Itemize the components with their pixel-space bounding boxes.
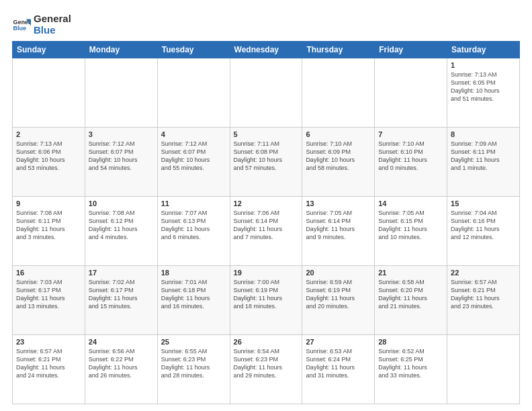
day-info: Sunrise: 6:58 AM Sunset: 6:20 PM Dayligh… bbox=[378, 278, 443, 311]
day-info: Sunrise: 6:52 AM Sunset: 6:25 PM Dayligh… bbox=[378, 347, 443, 380]
day-number: 13 bbox=[306, 199, 371, 208]
day-number: 9 bbox=[16, 199, 81, 208]
calendar-cell: 26Sunrise: 6:54 AM Sunset: 6:23 PM Dayli… bbox=[230, 335, 302, 404]
calendar-cell: 14Sunrise: 7:05 AM Sunset: 6:15 PM Dayli… bbox=[375, 197, 447, 266]
day-number: 15 bbox=[451, 199, 516, 208]
calendar-cell: 3Sunrise: 7:12 AM Sunset: 6:07 PM Daylig… bbox=[85, 128, 157, 197]
day-number: 12 bbox=[234, 199, 299, 208]
day-info: Sunrise: 7:01 AM Sunset: 6:18 PM Dayligh… bbox=[161, 278, 226, 311]
weekday-header-sunday: Sunday bbox=[13, 42, 85, 58]
day-info: Sunrise: 7:08 AM Sunset: 6:12 PM Dayligh… bbox=[89, 209, 154, 242]
day-number: 3 bbox=[89, 130, 154, 138]
calendar-cell: 7Sunrise: 7:10 AM Sunset: 6:10 PM Daylig… bbox=[375, 128, 447, 197]
day-number: 28 bbox=[378, 338, 443, 346]
calendar-cell: 17Sunrise: 7:02 AM Sunset: 6:17 PM Dayli… bbox=[85, 266, 157, 335]
day-info: Sunrise: 6:59 AM Sunset: 6:19 PM Dayligh… bbox=[306, 278, 371, 311]
week-row-1: 2Sunrise: 7:13 AM Sunset: 6:06 PM Daylig… bbox=[13, 128, 520, 197]
calendar-cell: 6Sunrise: 7:10 AM Sunset: 6:09 PM Daylig… bbox=[302, 128, 375, 197]
logo-icon: General Blue bbox=[12, 15, 31, 34]
day-info: Sunrise: 7:09 AM Sunset: 6:11 PM Dayligh… bbox=[451, 140, 516, 173]
calendar-cell: 5Sunrise: 7:11 AM Sunset: 6:08 PM Daylig… bbox=[230, 128, 302, 197]
day-number: 14 bbox=[378, 199, 443, 208]
day-number: 21 bbox=[378, 269, 443, 277]
day-number: 11 bbox=[161, 199, 226, 208]
calendar-cell: 23Sunrise: 6:57 AM Sunset: 6:21 PM Dayli… bbox=[13, 335, 85, 404]
day-info: Sunrise: 7:06 AM Sunset: 6:14 PM Dayligh… bbox=[234, 209, 299, 242]
day-info: Sunrise: 7:12 AM Sunset: 6:07 PM Dayligh… bbox=[89, 140, 154, 173]
calendar-cell: 10Sunrise: 7:08 AM Sunset: 6:12 PM Dayli… bbox=[85, 197, 157, 266]
day-number: 22 bbox=[451, 269, 516, 277]
calendar-cell bbox=[157, 58, 230, 128]
weekday-header-thursday: Thursday bbox=[302, 42, 375, 58]
day-info: Sunrise: 7:10 AM Sunset: 6:09 PM Dayligh… bbox=[306, 140, 371, 173]
calendar-cell: 22Sunrise: 6:57 AM Sunset: 6:21 PM Dayli… bbox=[447, 266, 520, 335]
page: General Blue General Blue SundayMondayTu… bbox=[0, 0, 532, 411]
day-number: 8 bbox=[451, 130, 516, 138]
calendar-cell: 11Sunrise: 7:07 AM Sunset: 6:13 PM Dayli… bbox=[157, 197, 230, 266]
day-info: Sunrise: 7:02 AM Sunset: 6:17 PM Dayligh… bbox=[89, 278, 154, 311]
header: General Blue General Blue bbox=[12, 11, 520, 36]
calendar-cell: 1Sunrise: 7:13 AM Sunset: 6:05 PM Daylig… bbox=[447, 58, 520, 128]
calendar-cell: 20Sunrise: 6:59 AM Sunset: 6:19 PM Dayli… bbox=[302, 266, 375, 335]
week-row-0: 1Sunrise: 7:13 AM Sunset: 6:05 PM Daylig… bbox=[13, 58, 520, 128]
day-info: Sunrise: 6:54 AM Sunset: 6:23 PM Dayligh… bbox=[234, 347, 299, 380]
day-info: Sunrise: 7:05 AM Sunset: 6:14 PM Dayligh… bbox=[306, 209, 371, 242]
calendar-cell: 12Sunrise: 7:06 AM Sunset: 6:14 PM Dayli… bbox=[230, 197, 302, 266]
day-number: 4 bbox=[161, 130, 226, 138]
day-number: 27 bbox=[306, 338, 371, 346]
week-row-4: 23Sunrise: 6:57 AM Sunset: 6:21 PM Dayli… bbox=[13, 335, 520, 404]
day-number: 26 bbox=[234, 338, 299, 346]
calendar-cell: 2Sunrise: 7:13 AM Sunset: 6:06 PM Daylig… bbox=[13, 128, 85, 197]
day-info: Sunrise: 7:11 AM Sunset: 6:08 PM Dayligh… bbox=[234, 140, 299, 173]
week-row-3: 16Sunrise: 7:03 AM Sunset: 6:17 PM Dayli… bbox=[13, 266, 520, 335]
day-number: 25 bbox=[161, 338, 226, 346]
calendar-cell: 4Sunrise: 7:12 AM Sunset: 6:07 PM Daylig… bbox=[157, 128, 230, 197]
weekday-header-row: SundayMondayTuesdayWednesdayThursdayFrid… bbox=[13, 42, 520, 58]
day-number: 20 bbox=[306, 269, 371, 277]
calendar-cell: 21Sunrise: 6:58 AM Sunset: 6:20 PM Dayli… bbox=[375, 266, 447, 335]
day-number: 19 bbox=[234, 269, 299, 277]
calendar-cell bbox=[447, 335, 520, 404]
calendar-cell: 16Sunrise: 7:03 AM Sunset: 6:17 PM Dayli… bbox=[13, 266, 85, 335]
calendar-cell: 13Sunrise: 7:05 AM Sunset: 6:14 PM Dayli… bbox=[302, 197, 375, 266]
day-info: Sunrise: 6:57 AM Sunset: 6:21 PM Dayligh… bbox=[451, 278, 516, 311]
day-info: Sunrise: 7:10 AM Sunset: 6:10 PM Dayligh… bbox=[378, 140, 443, 173]
calendar-cell: 27Sunrise: 6:53 AM Sunset: 6:24 PM Dayli… bbox=[302, 335, 375, 404]
day-number: 2 bbox=[16, 130, 81, 138]
day-info: Sunrise: 7:00 AM Sunset: 6:19 PM Dayligh… bbox=[234, 278, 299, 311]
weekday-header-friday: Friday bbox=[375, 42, 447, 58]
day-number: 10 bbox=[89, 199, 154, 208]
day-info: Sunrise: 7:13 AM Sunset: 6:06 PM Dayligh… bbox=[16, 140, 81, 173]
day-number: 6 bbox=[306, 130, 371, 138]
logo-general: General bbox=[34, 13, 71, 25]
calendar-cell: 8Sunrise: 7:09 AM Sunset: 6:11 PM Daylig… bbox=[447, 128, 520, 197]
week-row-2: 9Sunrise: 7:08 AM Sunset: 6:11 PM Daylig… bbox=[13, 197, 520, 266]
weekday-header-wednesday: Wednesday bbox=[230, 42, 302, 58]
calendar-cell: 19Sunrise: 7:00 AM Sunset: 6:19 PM Dayli… bbox=[230, 266, 302, 335]
calendar-cell: 15Sunrise: 7:04 AM Sunset: 6:16 PM Dayli… bbox=[447, 197, 520, 266]
calendar-cell: 18Sunrise: 7:01 AM Sunset: 6:18 PM Dayli… bbox=[157, 266, 230, 335]
calendar-table: SundayMondayTuesdayWednesdayThursdayFrid… bbox=[12, 41, 520, 404]
calendar-cell: 24Sunrise: 6:56 AM Sunset: 6:22 PM Dayli… bbox=[85, 335, 157, 404]
logo-blue: Blue bbox=[34, 25, 71, 36]
day-number: 5 bbox=[234, 130, 299, 138]
day-number: 24 bbox=[89, 338, 154, 346]
day-number: 1 bbox=[451, 61, 516, 69]
weekday-header-saturday: Saturday bbox=[447, 42, 520, 58]
day-info: Sunrise: 7:13 AM Sunset: 6:05 PM Dayligh… bbox=[451, 71, 516, 103]
calendar-cell: 9Sunrise: 7:08 AM Sunset: 6:11 PM Daylig… bbox=[13, 197, 85, 266]
calendar-cell: 25Sunrise: 6:55 AM Sunset: 6:23 PM Dayli… bbox=[157, 335, 230, 404]
day-info: Sunrise: 7:03 AM Sunset: 6:17 PM Dayligh… bbox=[16, 278, 81, 311]
calendar-cell bbox=[230, 58, 302, 128]
day-number: 17 bbox=[89, 269, 154, 277]
day-info: Sunrise: 6:53 AM Sunset: 6:24 PM Dayligh… bbox=[306, 347, 371, 380]
day-info: Sunrise: 6:57 AM Sunset: 6:21 PM Dayligh… bbox=[16, 347, 81, 380]
day-info: Sunrise: 7:12 AM Sunset: 6:07 PM Dayligh… bbox=[161, 140, 226, 173]
day-number: 23 bbox=[16, 338, 81, 346]
weekday-header-monday: Monday bbox=[85, 42, 157, 58]
calendar-cell bbox=[302, 58, 375, 128]
calendar-cell bbox=[13, 58, 85, 128]
day-info: Sunrise: 6:56 AM Sunset: 6:22 PM Dayligh… bbox=[89, 347, 154, 380]
weekday-header-tuesday: Tuesday bbox=[157, 42, 230, 58]
day-info: Sunrise: 7:07 AM Sunset: 6:13 PM Dayligh… bbox=[161, 209, 226, 242]
